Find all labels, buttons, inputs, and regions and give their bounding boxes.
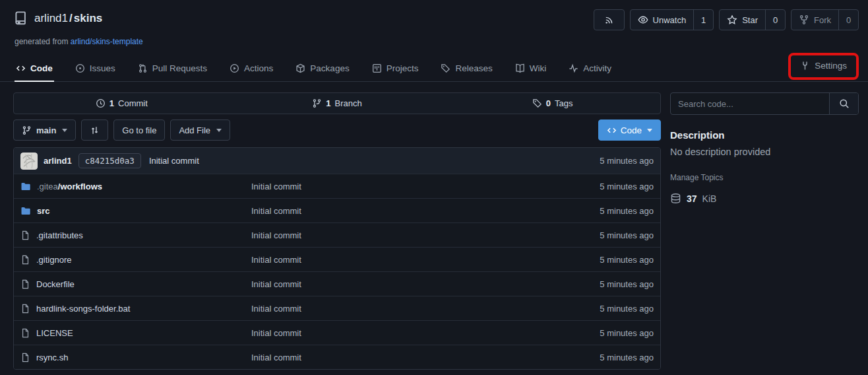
compare-button[interactable] bbox=[81, 119, 108, 141]
summary-count: 0 bbox=[546, 98, 551, 108]
tab-releases[interactable]: Releases bbox=[439, 57, 493, 82]
template-repo-link[interactable]: arlind/skins-template bbox=[71, 37, 143, 46]
repo-name-link[interactable]: skins bbox=[74, 12, 102, 24]
description-text: No description provided bbox=[670, 147, 859, 157]
file-name-link[interactable]: hardlink-songs-folder.bat bbox=[36, 304, 130, 314]
tab-label: Releases bbox=[455, 63, 492, 73]
file-row[interactable]: .gitignoreInitial commit5 minutes ago bbox=[14, 247, 660, 271]
commit-time: 5 minutes ago bbox=[600, 156, 654, 166]
file-row[interactable]: srcInitial commit5 minutes ago bbox=[14, 198, 660, 222]
file-row[interactable]: LICENSEInitial commit5 minutes ago bbox=[14, 320, 660, 345]
manage-topics-link[interactable]: Manage Topics bbox=[670, 173, 859, 182]
branch-selector[interactable]: main bbox=[13, 119, 76, 141]
code-icon bbox=[607, 125, 617, 135]
search-input[interactable] bbox=[671, 93, 829, 114]
pulse-icon bbox=[569, 63, 578, 73]
tag-icon bbox=[441, 63, 450, 73]
file-row[interactable]: .gitattributesInitial commit5 minutes ag… bbox=[14, 222, 660, 247]
tab-label: Pull Requests bbox=[152, 63, 207, 73]
commit-message[interactable]: Initial commit bbox=[149, 156, 199, 166]
code-icon bbox=[16, 63, 26, 73]
chevron-down-icon bbox=[216, 129, 222, 132]
commit-hash[interactable]: c84215d0a3 bbox=[78, 153, 141, 168]
file-name-link[interactable]: .gitignore bbox=[36, 255, 71, 265]
file-name-link[interactable]: .gitattributes bbox=[36, 230, 83, 240]
unwatch-button[interactable]: Unwatch 1 bbox=[630, 9, 714, 30]
summary-commit[interactable]: 1Commit bbox=[14, 93, 230, 114]
tab-label: Wiki bbox=[530, 63, 547, 73]
repo-owner-link[interactable]: arlind1 bbox=[34, 12, 68, 24]
repo-separator: / bbox=[69, 12, 73, 24]
file-table: arlind1 c84215d0a3 Initial commit 5 minu… bbox=[13, 147, 661, 370]
directory-entry: src bbox=[20, 205, 251, 216]
tab-pull-requests[interactable]: Pull Requests bbox=[137, 57, 208, 82]
chevron-down-icon bbox=[647, 129, 652, 132]
file-name-link[interactable]: src bbox=[37, 206, 50, 216]
file-commit-message[interactable]: Initial commit bbox=[251, 230, 555, 240]
avatar[interactable] bbox=[20, 153, 38, 170]
star-icon bbox=[727, 15, 737, 25]
tab-activity[interactable]: Activity bbox=[567, 57, 613, 82]
file-icon bbox=[20, 230, 30, 240]
file-commit-message[interactable]: Initial commit bbox=[251, 279, 555, 289]
summary-count: 1 bbox=[109, 98, 114, 108]
file-name-link[interactable]: LICENSE bbox=[36, 328, 73, 338]
file-commit-time: 5 minutes ago bbox=[555, 353, 654, 362]
issue-icon bbox=[75, 63, 85, 73]
chevron-down-icon bbox=[62, 129, 67, 132]
file-commit-message[interactable]: Initial commit bbox=[251, 304, 555, 314]
file-commit-time: 5 minutes ago bbox=[555, 279, 654, 289]
file-row[interactable]: hardlink-songs-folder.batInitial commit5… bbox=[14, 296, 660, 320]
file-icon bbox=[20, 353, 30, 362]
file-row[interactable]: DockerfileInitial commit5 minutes ago bbox=[14, 271, 660, 296]
add-file-button[interactable]: Add File bbox=[170, 119, 230, 141]
header-actions: Unwatch 1 Star 0 bbox=[594, 9, 859, 30]
tab-actions[interactable]: Actions bbox=[228, 57, 274, 82]
tab-code[interactable]: Code bbox=[15, 57, 54, 82]
summary-branch[interactable]: 1Branch bbox=[230, 93, 445, 114]
file-commit-message[interactable]: Initial commit bbox=[251, 353, 555, 362]
tab-label: Projects bbox=[387, 63, 419, 73]
tab-label: Code bbox=[30, 63, 53, 73]
file-row[interactable]: rsync.shInitial commit5 minutes ago bbox=[14, 345, 660, 369]
play-circle-icon bbox=[230, 63, 239, 73]
latest-commit-row: arlind1 c84215d0a3 Initial commit 5 minu… bbox=[14, 148, 660, 174]
search-button[interactable] bbox=[829, 93, 858, 114]
git-branch-icon bbox=[22, 125, 32, 135]
file-name-link[interactable]: Dockerfile bbox=[36, 279, 75, 289]
file-commit-message[interactable]: Initial commit bbox=[251, 255, 555, 265]
star-button[interactable]: Star 0 bbox=[719, 9, 786, 30]
tab-issues[interactable]: Issues bbox=[74, 57, 117, 82]
repo-header: arlind1/skins bbox=[0, 0, 868, 46]
file-icon bbox=[20, 304, 30, 314]
file-name-link[interactable]: .gitea/workflows bbox=[37, 182, 102, 191]
tab-wiki[interactable]: Wiki bbox=[514, 57, 548, 82]
file-entry: rsync.sh bbox=[20, 353, 251, 362]
settings-highlight-rectangle: Settings bbox=[788, 53, 859, 80]
file-entry: hardlink-songs-folder.bat bbox=[20, 304, 251, 314]
tab-packages[interactable]: Packages bbox=[294, 57, 350, 82]
fork-count[interactable]: 0 bbox=[838, 10, 858, 30]
file-icon bbox=[20, 255, 30, 265]
tab-projects[interactable]: Projects bbox=[371, 57, 420, 82]
fork-icon bbox=[799, 15, 809, 25]
watch-count[interactable]: 1 bbox=[693, 10, 713, 30]
file-commit-time: 5 minutes ago bbox=[555, 304, 654, 314]
fork-button[interactable]: Fork 0 bbox=[791, 9, 859, 30]
content: 1Commit1Branch0Tags main bbox=[0, 82, 868, 370]
file-name-link[interactable]: rsync.sh bbox=[36, 353, 68, 362]
goto-file-button[interactable]: Go to file bbox=[113, 119, 165, 141]
code-download-button[interactable]: Code bbox=[598, 119, 661, 141]
tab-label: Activity bbox=[583, 63, 611, 73]
tab-settings[interactable]: Settings bbox=[799, 59, 848, 72]
summary-tags[interactable]: 0Tags bbox=[445, 93, 660, 114]
rss-button[interactable] bbox=[594, 9, 625, 30]
file-commit-time: 5 minutes ago bbox=[555, 206, 654, 216]
summary-count: 1 bbox=[326, 98, 330, 108]
file-commit-message[interactable]: Initial commit bbox=[251, 206, 555, 216]
file-row[interactable]: .gitea/workflowsInitial commit5 minutes … bbox=[14, 174, 660, 198]
file-commit-message[interactable]: Initial commit bbox=[251, 328, 555, 338]
commit-author[interactable]: arlind1 bbox=[44, 156, 72, 166]
star-count[interactable]: 0 bbox=[765, 10, 785, 30]
file-commit-message[interactable]: Initial commit bbox=[251, 182, 555, 191]
